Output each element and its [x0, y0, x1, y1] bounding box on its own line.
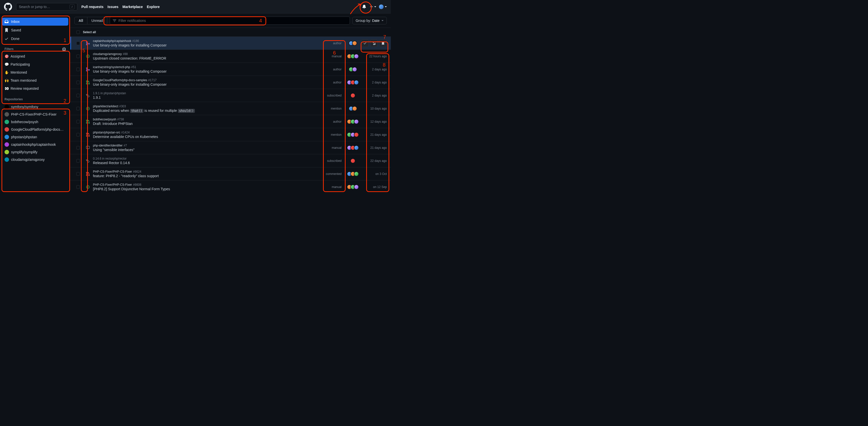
- gear-icon[interactable]: [62, 47, 66, 51]
- user-menu[interactable]: [379, 4, 387, 9]
- notification-time: on 12 Sep: [359, 185, 387, 189]
- row-checkbox[interactable]: [76, 133, 80, 137]
- repo-item[interactable]: captainhookphp/captainhook: [2, 141, 68, 148]
- filter-emoji: 🙌: [4, 78, 8, 82]
- filter-team-mentioned[interactable]: 🙌Team mentioned: [2, 77, 68, 84]
- notification-row[interactable]: phpstan/phpstan-src #1424 Determine avai…: [70, 128, 391, 141]
- nav-marketplace[interactable]: Marketplace: [123, 5, 143, 9]
- filters-header: Filters: [4, 47, 13, 51]
- github-logo-icon[interactable]: [4, 3, 12, 11]
- notification-row[interactable]: php-identifier/identifier #7 Using "sens…: [70, 141, 391, 154]
- search-input-wrap[interactable]: Search or jump to… /: [16, 3, 78, 10]
- notification-title[interactable]: Released Rector 0.14.6: [93, 161, 319, 165]
- row-checkbox[interactable]: [76, 172, 80, 176]
- participant-avatars: [347, 41, 359, 46]
- repo-item[interactable]: GoogleCloudPlatform/php-docs…: [2, 126, 68, 133]
- repo-link[interactable]: PHP-CS-Fixer/PHP-CS-Fixer: [93, 183, 132, 187]
- notification-row[interactable]: bobthecow/psysh #738 Draft: Introduce PH…: [70, 115, 391, 128]
- notification-title[interactable]: Using "sensible interfaces": [93, 148, 319, 152]
- row-checkbox[interactable]: [76, 55, 80, 58]
- notification-row[interactable]: 0.14.6 in rectorphp/rector Released Rect…: [70, 154, 391, 167]
- notification-reason: mention: [319, 107, 342, 110]
- notification-row[interactable]: cloudamqp/amqproxy #88 Upstream closed c…: [70, 50, 391, 63]
- notification-title[interactable]: Use binary-only images for installing Co…: [93, 43, 319, 47]
- repo-link[interactable]: phparkitect/arkitect: [93, 105, 118, 108]
- notification-title[interactable]: Use binary-only images for installing Co…: [93, 82, 319, 86]
- repo-avatar-icon: [4, 127, 9, 132]
- notification-row[interactable]: captainhookphp/captainhook #186 Use bina…: [70, 37, 391, 50]
- issue-ref: 1.9.1 in phpstan/phpstan: [93, 91, 126, 95]
- notification-reason: author: [319, 67, 342, 71]
- notification-row[interactable]: 1.9.1 in phpstan/phpstan 1.9.1 subscribe…: [70, 89, 391, 102]
- nav-pull-requests[interactable]: Pull requests: [82, 5, 103, 9]
- notification-row[interactable]: icanhazstring/systemctl-php #51 Use bina…: [70, 63, 391, 76]
- participant-avatars: [347, 158, 359, 163]
- notification-title[interactable]: [PHP8.2] Support Disjunctive Normal Form…: [93, 187, 319, 191]
- notification-title[interactable]: feature: PHP8.2 - "readonly" class suppo…: [93, 174, 319, 178]
- notification-row[interactable]: PHP-CS-Fixer/PHP-CS-Fixer #6624 feature:…: [70, 167, 391, 180]
- notification-body: GoogleCloudPlatform/php-docs-samples #17…: [93, 78, 319, 86]
- row-checkbox[interactable]: [76, 185, 80, 189]
- notification-title[interactable]: 1.9.1: [93, 95, 319, 100]
- filter-input-wrap[interactable]: [110, 17, 350, 25]
- select-all-label: Select all: [83, 30, 96, 34]
- group-by-button[interactable]: Group by: Date: [352, 17, 387, 24]
- notification-title[interactable]: Use binary-only images for installing Co…: [93, 69, 319, 74]
- tab-unread[interactable]: Unread: [87, 17, 107, 24]
- notification-list[interactable]: captainhookphp/captainhook #186 Use bina…: [70, 37, 391, 193]
- unsubscribe-button[interactable]: [370, 39, 378, 47]
- row-checkbox[interactable]: [76, 94, 80, 97]
- row-checkbox[interactable]: [76, 146, 80, 149]
- repo-item[interactable]: PHP-CS-Fixer/PHP-CS-Fixer: [2, 111, 68, 118]
- nav-issues[interactable]: Issues: [107, 5, 119, 9]
- notification-reason: subscribed: [319, 159, 342, 163]
- issue-ref: #88: [123, 52, 128, 56]
- repo-link[interactable]: PHP-CS-Fixer/PHP-CS-Fixer: [93, 170, 132, 173]
- tab-all[interactable]: All: [74, 17, 87, 24]
- pr-merged-icon: [86, 41, 90, 45]
- repo-link[interactable]: icanhazstring/systemctl-php: [93, 65, 130, 69]
- row-checkbox[interactable]: [76, 81, 80, 84]
- annotation-number-3: 3: [64, 110, 66, 116]
- repo-item[interactable]: phpstan/phpstan: [2, 133, 68, 141]
- notification-title[interactable]: Duplicated errors when that() is reused …: [93, 109, 319, 113]
- repo-item[interactable]: cloudamqp/amqproxy: [2, 156, 68, 163]
- notification-row[interactable]: GoogleCloudPlatform/php-docs-samples #17…: [70, 76, 391, 89]
- repo-item[interactable]: bobthecow/psysh: [2, 118, 68, 126]
- filter-review-requested[interactable]: 👀Review requested: [2, 84, 68, 92]
- repo-link[interactable]: cloudamqp/amqproxy: [93, 52, 122, 56]
- repo-link[interactable]: GoogleCloudPlatform/php-docs-samples: [93, 78, 147, 82]
- sidebar-view-saved[interactable]: Saved: [2, 26, 68, 34]
- nav-explore[interactable]: Explore: [147, 5, 159, 9]
- notification-row[interactable]: phparkitect/arkitect #303 Duplicated err…: [70, 102, 391, 115]
- repo-link[interactable]: phpstan/phpstan-src: [93, 131, 120, 134]
- repo-link[interactable]: bobthecow/psysh: [93, 118, 116, 121]
- notification-title[interactable]: Upstream closed connection: FRAME_ERROR: [93, 56, 319, 60]
- select-all-checkbox[interactable]: [76, 30, 80, 34]
- notification-title[interactable]: Determine available CPUs on Kubernetes: [93, 135, 319, 139]
- repo-link[interactable]: captainhookphp/captainhook: [93, 39, 131, 43]
- row-checkbox[interactable]: [76, 107, 80, 110]
- filter-input[interactable]: [119, 19, 347, 23]
- row-checkbox[interactable]: [76, 67, 80, 71]
- repo-item[interactable]: symplify/symplify: [2, 148, 68, 156]
- filter-participating[interactable]: 💬Participating: [2, 60, 68, 68]
- row-checkbox[interactable]: [76, 120, 80, 123]
- sidebar-view-done[interactable]: Done: [2, 35, 68, 43]
- filter-assigned[interactable]: 🎯Assigned: [2, 52, 68, 60]
- sidebar-view-inbox[interactable]: Inbox: [2, 18, 68, 26]
- save-button[interactable]: [379, 39, 387, 47]
- participant-avatar: [354, 80, 359, 85]
- repo-item[interactable]: symfony/symfony: [2, 103, 68, 111]
- row-checkbox[interactable]: [76, 159, 80, 163]
- notification-time: 22 hours ago: [359, 55, 387, 58]
- search-placeholder: Search or jump to…: [19, 5, 50, 9]
- row-checkbox[interactable]: [76, 41, 80, 45]
- mark-done-button[interactable]: [361, 39, 369, 47]
- row-actions: [359, 39, 387, 47]
- filter-mentioned[interactable]: ✋Mentioned: [2, 68, 68, 77]
- repo-link[interactable]: php-identifier/identifier: [93, 144, 123, 147]
- repo-avatar-icon: [4, 105, 9, 109]
- notification-row[interactable]: PHP-CS-Fixer/PHP-CS-Fixer #6608 [PHP8.2]…: [70, 180, 391, 193]
- notification-title[interactable]: Draft: Introduce PHPStan: [93, 122, 319, 126]
